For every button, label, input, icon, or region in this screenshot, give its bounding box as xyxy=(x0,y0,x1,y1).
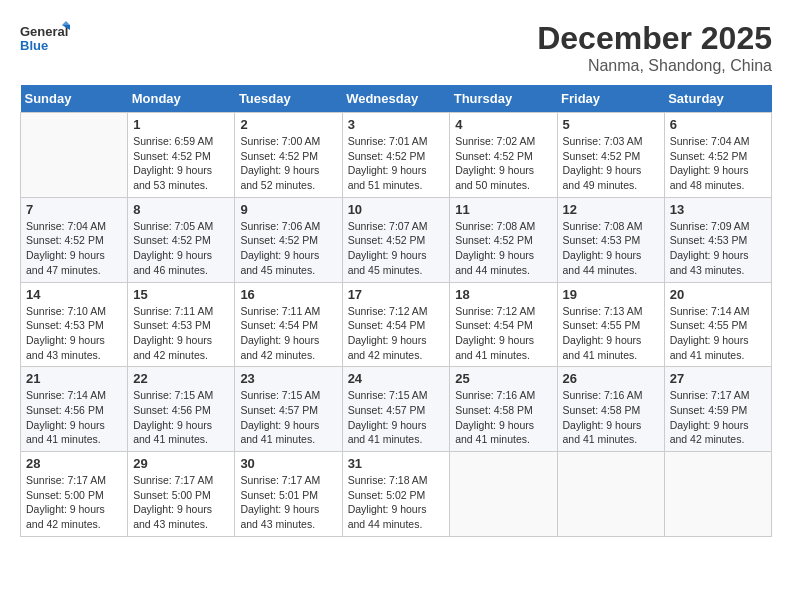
day-cell: 26 Sunrise: 7:16 AMSunset: 4:58 PMDaylig… xyxy=(557,367,664,452)
header-friday: Friday xyxy=(557,85,664,113)
day-cell xyxy=(21,113,128,198)
calendar-header-row: SundayMondayTuesdayWednesdayThursdayFrid… xyxy=(21,85,772,113)
day-info: Sunrise: 7:05 AMSunset: 4:52 PMDaylight:… xyxy=(133,219,229,278)
day-info: Sunrise: 7:14 AMSunset: 4:56 PMDaylight:… xyxy=(26,388,122,447)
day-number: 29 xyxy=(133,456,229,471)
day-info: Sunrise: 7:12 AMSunset: 4:54 PMDaylight:… xyxy=(455,304,551,363)
day-cell xyxy=(557,452,664,537)
day-info: Sunrise: 7:15 AMSunset: 4:56 PMDaylight:… xyxy=(133,388,229,447)
day-info: Sunrise: 7:11 AMSunset: 4:53 PMDaylight:… xyxy=(133,304,229,363)
day-number: 15 xyxy=(133,287,229,302)
day-info: Sunrise: 7:01 AMSunset: 4:52 PMDaylight:… xyxy=(348,134,445,193)
week-row-3: 14 Sunrise: 7:10 AMSunset: 4:53 PMDaylig… xyxy=(21,282,772,367)
week-row-5: 28 Sunrise: 7:17 AMSunset: 5:00 PMDaylig… xyxy=(21,452,772,537)
calendar-table: SundayMondayTuesdayWednesdayThursdayFrid… xyxy=(20,85,772,537)
day-number: 19 xyxy=(563,287,659,302)
day-info: Sunrise: 7:03 AMSunset: 4:52 PMDaylight:… xyxy=(563,134,659,193)
day-cell: 23 Sunrise: 7:15 AMSunset: 4:57 PMDaylig… xyxy=(235,367,342,452)
svg-text:General: General xyxy=(20,24,68,39)
day-info: Sunrise: 7:12 AMSunset: 4:54 PMDaylight:… xyxy=(348,304,445,363)
day-number: 22 xyxy=(133,371,229,386)
day-cell: 27 Sunrise: 7:17 AMSunset: 4:59 PMDaylig… xyxy=(664,367,771,452)
logo: General Blue xyxy=(20,20,70,58)
day-number: 17 xyxy=(348,287,445,302)
day-cell: 25 Sunrise: 7:16 AMSunset: 4:58 PMDaylig… xyxy=(450,367,557,452)
day-number: 21 xyxy=(26,371,122,386)
day-number: 26 xyxy=(563,371,659,386)
day-number: 27 xyxy=(670,371,766,386)
month-title: December 2025 xyxy=(537,20,772,57)
day-number: 5 xyxy=(563,117,659,132)
day-info: Sunrise: 7:04 AMSunset: 4:52 PMDaylight:… xyxy=(670,134,766,193)
day-number: 6 xyxy=(670,117,766,132)
day-info: Sunrise: 7:17 AMSunset: 5:00 PMDaylight:… xyxy=(26,473,122,532)
day-cell: 4 Sunrise: 7:02 AMSunset: 4:52 PMDayligh… xyxy=(450,113,557,198)
day-number: 20 xyxy=(670,287,766,302)
day-number: 11 xyxy=(455,202,551,217)
day-info: Sunrise: 7:17 AMSunset: 5:01 PMDaylight:… xyxy=(240,473,336,532)
day-info: Sunrise: 7:17 AMSunset: 4:59 PMDaylight:… xyxy=(670,388,766,447)
day-cell: 21 Sunrise: 7:14 AMSunset: 4:56 PMDaylig… xyxy=(21,367,128,452)
day-cell: 13 Sunrise: 7:09 AMSunset: 4:53 PMDaylig… xyxy=(664,197,771,282)
day-info: Sunrise: 7:06 AMSunset: 4:52 PMDaylight:… xyxy=(240,219,336,278)
svg-marker-3 xyxy=(62,21,70,25)
day-cell: 3 Sunrise: 7:01 AMSunset: 4:52 PMDayligh… xyxy=(342,113,450,198)
day-cell: 31 Sunrise: 7:18 AMSunset: 5:02 PMDaylig… xyxy=(342,452,450,537)
day-cell: 9 Sunrise: 7:06 AMSunset: 4:52 PMDayligh… xyxy=(235,197,342,282)
day-info: Sunrise: 7:17 AMSunset: 5:00 PMDaylight:… xyxy=(133,473,229,532)
day-info: Sunrise: 7:14 AMSunset: 4:55 PMDaylight:… xyxy=(670,304,766,363)
day-cell: 19 Sunrise: 7:13 AMSunset: 4:55 PMDaylig… xyxy=(557,282,664,367)
header-saturday: Saturday xyxy=(664,85,771,113)
day-number: 24 xyxy=(348,371,445,386)
calendar-body: 1 Sunrise: 6:59 AMSunset: 4:52 PMDayligh… xyxy=(21,113,772,537)
day-info: Sunrise: 7:18 AMSunset: 5:02 PMDaylight:… xyxy=(348,473,445,532)
header-monday: Monday xyxy=(128,85,235,113)
day-number: 16 xyxy=(240,287,336,302)
day-info: Sunrise: 7:00 AMSunset: 4:52 PMDaylight:… xyxy=(240,134,336,193)
day-info: Sunrise: 7:11 AMSunset: 4:54 PMDaylight:… xyxy=(240,304,336,363)
day-info: Sunrise: 7:02 AMSunset: 4:52 PMDaylight:… xyxy=(455,134,551,193)
day-info: Sunrise: 7:13 AMSunset: 4:55 PMDaylight:… xyxy=(563,304,659,363)
day-cell: 11 Sunrise: 7:08 AMSunset: 4:52 PMDaylig… xyxy=(450,197,557,282)
day-number: 23 xyxy=(240,371,336,386)
day-info: Sunrise: 7:16 AMSunset: 4:58 PMDaylight:… xyxy=(455,388,551,447)
header-wednesday: Wednesday xyxy=(342,85,450,113)
day-cell: 8 Sunrise: 7:05 AMSunset: 4:52 PMDayligh… xyxy=(128,197,235,282)
day-cell: 30 Sunrise: 7:17 AMSunset: 5:01 PMDaylig… xyxy=(235,452,342,537)
day-number: 8 xyxy=(133,202,229,217)
day-cell: 20 Sunrise: 7:14 AMSunset: 4:55 PMDaylig… xyxy=(664,282,771,367)
day-cell: 24 Sunrise: 7:15 AMSunset: 4:57 PMDaylig… xyxy=(342,367,450,452)
day-number: 12 xyxy=(563,202,659,217)
day-cell: 14 Sunrise: 7:10 AMSunset: 4:53 PMDaylig… xyxy=(21,282,128,367)
week-row-1: 1 Sunrise: 6:59 AMSunset: 4:52 PMDayligh… xyxy=(21,113,772,198)
day-number: 28 xyxy=(26,456,122,471)
day-number: 18 xyxy=(455,287,551,302)
day-cell: 18 Sunrise: 7:12 AMSunset: 4:54 PMDaylig… xyxy=(450,282,557,367)
day-cell xyxy=(664,452,771,537)
day-info: Sunrise: 7:15 AMSunset: 4:57 PMDaylight:… xyxy=(240,388,336,447)
day-number: 4 xyxy=(455,117,551,132)
day-info: Sunrise: 7:10 AMSunset: 4:53 PMDaylight:… xyxy=(26,304,122,363)
day-number: 1 xyxy=(133,117,229,132)
day-number: 30 xyxy=(240,456,336,471)
location-title: Nanma, Shandong, China xyxy=(537,57,772,75)
day-cell: 17 Sunrise: 7:12 AMSunset: 4:54 PMDaylig… xyxy=(342,282,450,367)
day-info: Sunrise: 7:04 AMSunset: 4:52 PMDaylight:… xyxy=(26,219,122,278)
day-number: 13 xyxy=(670,202,766,217)
day-info: Sunrise: 7:07 AMSunset: 4:52 PMDaylight:… xyxy=(348,219,445,278)
day-number: 3 xyxy=(348,117,445,132)
header-sunday: Sunday xyxy=(21,85,128,113)
day-info: Sunrise: 7:08 AMSunset: 4:53 PMDaylight:… xyxy=(563,219,659,278)
day-cell: 2 Sunrise: 7:00 AMSunset: 4:52 PMDayligh… xyxy=(235,113,342,198)
day-cell xyxy=(450,452,557,537)
day-number: 9 xyxy=(240,202,336,217)
day-cell: 12 Sunrise: 7:08 AMSunset: 4:53 PMDaylig… xyxy=(557,197,664,282)
day-number: 10 xyxy=(348,202,445,217)
day-cell: 1 Sunrise: 6:59 AMSunset: 4:52 PMDayligh… xyxy=(128,113,235,198)
day-info: Sunrise: 7:08 AMSunset: 4:52 PMDaylight:… xyxy=(455,219,551,278)
day-number: 25 xyxy=(455,371,551,386)
day-cell: 5 Sunrise: 7:03 AMSunset: 4:52 PMDayligh… xyxy=(557,113,664,198)
day-cell: 7 Sunrise: 7:04 AMSunset: 4:52 PMDayligh… xyxy=(21,197,128,282)
day-number: 31 xyxy=(348,456,445,471)
day-cell: 28 Sunrise: 7:17 AMSunset: 5:00 PMDaylig… xyxy=(21,452,128,537)
